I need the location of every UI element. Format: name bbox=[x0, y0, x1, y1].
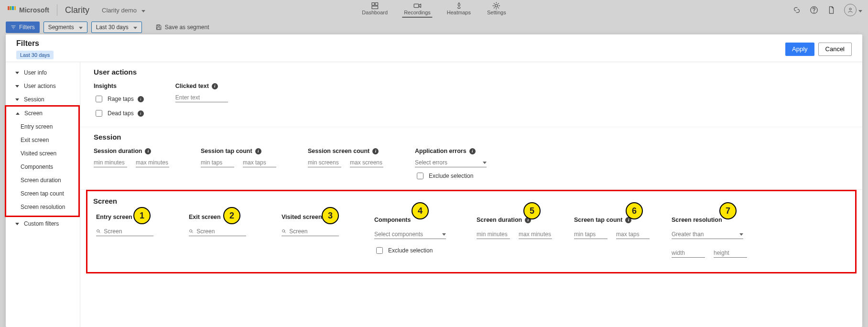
sidebar-item-screen-tap-count[interactable]: Screen tap count bbox=[6, 187, 78, 200]
session-max-taps-input[interactable] bbox=[243, 158, 276, 167]
sidebar-label: Custom filters bbox=[24, 220, 59, 227]
resolution-operator-dropdown[interactable]: Greater than bbox=[672, 230, 743, 239]
entry-screen-input-wrap[interactable] bbox=[96, 227, 153, 236]
exit-screen-input-wrap[interactable] bbox=[189, 227, 246, 236]
exclude-errors-label: Exclude selection bbox=[429, 173, 473, 179]
chip-date[interactable]: Last 30 days bbox=[16, 51, 54, 59]
link-icon[interactable] bbox=[792, 6, 801, 14]
svg-rect-2 bbox=[372, 6, 378, 9]
exclude-components-checkbox[interactable]: Exclude selection bbox=[374, 246, 451, 255]
sidebar-group-custom-filters[interactable]: Custom filters bbox=[6, 217, 80, 230]
exclude-errors-checkbox[interactable]: Exclude selection bbox=[415, 171, 487, 181]
date-range-button[interactable]: Last 30 days bbox=[91, 22, 142, 33]
svg-point-7 bbox=[849, 8, 851, 10]
svg-point-10 bbox=[97, 229, 99, 232]
rage-taps-checkbox[interactable]: Rage taps bbox=[94, 94, 144, 104]
select-components-label: Select components bbox=[374, 231, 423, 238]
segments-button[interactable]: Segments bbox=[43, 22, 87, 33]
exclude-components-input[interactable] bbox=[376, 247, 383, 254]
badge-7: 7 bbox=[719, 202, 737, 219]
resolution-height-input[interactable] bbox=[714, 249, 747, 258]
info-icon[interactable] bbox=[469, 148, 476, 154]
insights-label: Insights bbox=[94, 83, 144, 89]
nav-recordings[interactable]: Recordings bbox=[402, 1, 433, 18]
chevron-down-icon bbox=[857, 7, 862, 14]
session-min-minutes-input[interactable] bbox=[94, 158, 127, 167]
session-min-screens-input[interactable] bbox=[308, 158, 341, 167]
account-menu[interactable] bbox=[844, 4, 862, 16]
project-selector[interactable]: Clarity demo bbox=[102, 7, 145, 14]
help-icon[interactable] bbox=[810, 6, 818, 14]
sidebar-group-session[interactable]: Session bbox=[6, 93, 80, 106]
entry-screen-input[interactable] bbox=[104, 227, 153, 236]
svg-rect-3 bbox=[414, 4, 419, 7]
sidebar-group-screen[interactable]: Screen bbox=[6, 107, 78, 120]
session-max-screens-input[interactable] bbox=[350, 158, 383, 167]
visited-screen-input-wrap[interactable] bbox=[282, 227, 339, 236]
info-icon[interactable] bbox=[372, 148, 379, 154]
sidebar-label: User info bbox=[24, 69, 47, 76]
chevron-down-icon bbox=[15, 72, 19, 74]
screen-max-minutes-input[interactable] bbox=[519, 230, 552, 239]
info-icon[interactable] bbox=[255, 148, 261, 154]
nav-settings[interactable]: Settings bbox=[485, 1, 508, 18]
select-components-dropdown[interactable]: Select components bbox=[374, 230, 446, 239]
nav-dashboard-label: Dashboard bbox=[362, 10, 388, 15]
screen-max-taps-input[interactable] bbox=[616, 230, 650, 239]
session-max-minutes-input[interactable] bbox=[136, 158, 169, 167]
nav-heatmaps[interactable]: Heatmaps bbox=[445, 1, 473, 18]
svg-rect-1 bbox=[375, 3, 378, 5]
sidebar-item-components[interactable]: Components bbox=[6, 160, 78, 174]
project-selector-label: Clarity demo bbox=[102, 7, 137, 14]
sidebar-group-user-actions[interactable]: User actions bbox=[6, 79, 80, 93]
visited-screen-input[interactable] bbox=[289, 227, 339, 236]
label-text: Screen duration bbox=[477, 217, 522, 223]
dead-taps-input[interactable] bbox=[96, 110, 102, 117]
screen-min-minutes-input[interactable] bbox=[477, 230, 510, 239]
components-label: Components bbox=[374, 217, 451, 223]
label-text: Session screen count bbox=[308, 148, 369, 154]
screen-duration-label: Screen duration bbox=[477, 217, 548, 223]
sidebar-item-screen-resolution[interactable]: Screen resolution bbox=[6, 200, 78, 214]
info-icon[interactable] bbox=[145, 148, 151, 154]
chevron-up-icon bbox=[16, 112, 20, 115]
sidebar-group-user-info[interactable]: User info bbox=[6, 66, 80, 79]
screen-resolution-label: Screen resolution bbox=[672, 217, 748, 223]
svg-rect-9 bbox=[157, 27, 160, 29]
screen-min-taps-input[interactable] bbox=[574, 230, 608, 239]
sidebar-item-exit-screen[interactable]: Exit screen bbox=[6, 133, 78, 147]
clicked-text-input[interactable] bbox=[175, 93, 228, 102]
entry-screen-label: Entry screen bbox=[96, 214, 163, 220]
badge-1: 1 bbox=[133, 207, 151, 224]
filters-button[interactable]: Filters bbox=[6, 22, 40, 33]
exit-screen-input[interactable] bbox=[196, 227, 246, 236]
resolution-width-input[interactable] bbox=[672, 249, 705, 258]
sidebar-screen-callout: Screen Entry screen Exit screen Visited … bbox=[5, 105, 80, 217]
info-icon[interactable] bbox=[212, 83, 218, 89]
chevron-down-icon bbox=[15, 85, 19, 87]
search-icon bbox=[189, 229, 194, 234]
apply-button[interactable]: Apply bbox=[785, 43, 814, 56]
svg-rect-8 bbox=[158, 25, 160, 26]
sidebar-item-visited-screen[interactable]: Visited screen bbox=[6, 147, 78, 160]
nav-dashboard[interactable]: Dashboard bbox=[360, 1, 390, 18]
cancel-button[interactable]: Cancel bbox=[818, 43, 852, 56]
chevron-down-icon bbox=[77, 24, 83, 31]
document-icon[interactable] bbox=[827, 6, 835, 14]
exclude-errors-input[interactable] bbox=[417, 173, 423, 179]
select-errors-dropdown[interactable]: Select errors bbox=[415, 158, 487, 167]
rage-taps-input[interactable] bbox=[96, 96, 102, 102]
session-min-taps-input[interactable] bbox=[201, 158, 234, 167]
search-icon bbox=[96, 229, 101, 234]
section-screen-callout: Screen 1 Entry screen 2 Exit screen bbox=[86, 190, 857, 273]
svg-rect-0 bbox=[372, 3, 374, 5]
label-text: Session duration bbox=[94, 148, 142, 154]
info-icon[interactable] bbox=[138, 96, 144, 102]
panel-title: Filters bbox=[16, 39, 64, 48]
sidebar-item-entry-screen[interactable]: Entry screen bbox=[6, 120, 78, 133]
dead-taps-checkbox[interactable]: Dead taps bbox=[94, 109, 144, 118]
rage-taps-label: Rage taps bbox=[108, 96, 134, 102]
sidebar-item-screen-duration[interactable]: Screen duration bbox=[6, 174, 78, 187]
info-icon[interactable] bbox=[138, 110, 144, 117]
save-as-segment-button[interactable]: Save as segment bbox=[155, 24, 209, 31]
